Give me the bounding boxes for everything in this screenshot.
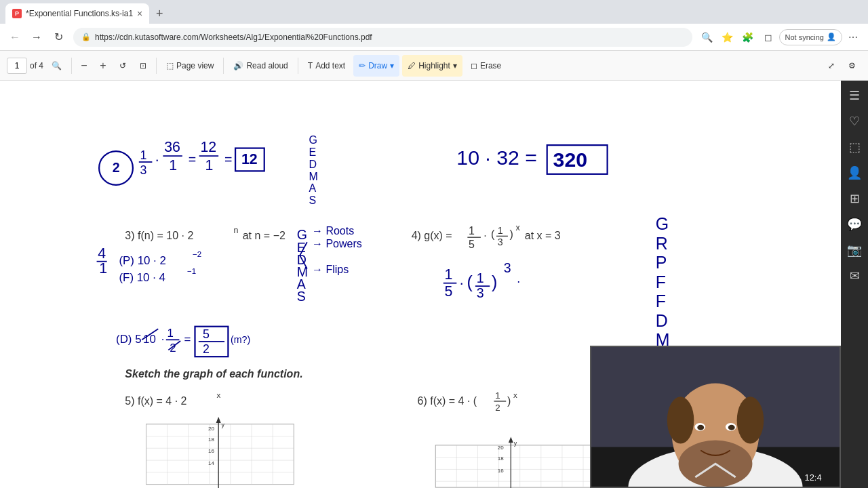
svg-text:16: 16 [498, 468, 504, 474]
separator4 [298, 58, 298, 74]
svg-text:1: 1 [140, 148, 147, 162]
svg-point-147 [667, 396, 694, 443]
right-sidebar: ☰ ♡ ⬚ 👤 ⊞ 💬 📷 ✉ [841, 81, 868, 488]
add-text-icon: T [308, 61, 313, 70]
collections-icon[interactable]: ◻ [759, 28, 778, 47]
draw-icon: ✏ [359, 61, 366, 70]
webcam-overlay: 12:4 [590, 346, 841, 488]
add-text-button[interactable]: T Add text [302, 55, 351, 77]
zoom-in-button[interactable]: + [95, 58, 111, 74]
svg-point-148 [737, 396, 764, 443]
svg-text:5: 5 [203, 327, 210, 341]
expand-button[interactable]: ⤢ [823, 55, 840, 77]
svg-point-152 [728, 425, 735, 430]
highlight-dropdown-icon: ▾ [453, 61, 457, 70]
svg-text:S: S [309, 195, 317, 206]
svg-text:R: R [656, 234, 668, 253]
svg-text:3: 3 [504, 260, 511, 275]
svg-text:·: · [161, 333, 165, 346]
svg-text:F: F [656, 291, 666, 310]
svg-text:→  Powers: → Powers [312, 238, 362, 249]
svg-text:(: ( [491, 228, 495, 240]
svg-text:(m?): (m?) [231, 334, 250, 345]
svg-text:=: = [184, 333, 191, 346]
favorites-icon[interactable]: ⭐ [718, 28, 737, 47]
reload-button[interactable]: ↻ [49, 28, 68, 47]
svg-text:D: D [656, 311, 668, 330]
svg-text:4)  g(x) =: 4) g(x) = [412, 230, 452, 241]
svg-text:y: y [514, 440, 517, 447]
svg-text:): ) [492, 272, 497, 291]
svg-text:2: 2 [113, 160, 120, 175]
forward-button[interactable]: → [27, 28, 46, 47]
more-options-button[interactable]: ⚙ [843, 55, 861, 77]
svg-text:4: 4 [98, 245, 106, 262]
read-aloud-label: Read aloud [246, 61, 288, 70]
pdf-page: 2 1 3 · 36 1 = 12 1 = [0, 81, 841, 488]
draw-dropdown-icon: ▾ [390, 61, 394, 70]
svg-text:1: 1 [469, 225, 475, 237]
svg-point-151 [697, 425, 704, 430]
sidebar-favorites-icon[interactable]: ♡ [842, 109, 867, 134]
extensions-icon[interactable]: 🧩 [738, 28, 757, 47]
pdf-toolbar: 1 of 4 🔍 − + ↺ ⊡ ⬚ Page view 🔊 Read alou… [0, 51, 868, 81]
sidebar-history-icon[interactable]: ⬚ [842, 135, 867, 159]
content-area: 2 1 3 · 36 1 = 12 1 = [0, 81, 868, 488]
svg-text:A: A [309, 182, 317, 194]
svg-text:→  Flips: → Flips [312, 264, 349, 275]
zoom-out-button[interactable]: − [76, 58, 92, 74]
back-button[interactable]: ← [5, 28, 24, 47]
page-view-button[interactable]: ⬚ Page view [161, 55, 219, 77]
svg-text:6)  f(x) = 4 · (: 6) f(x) = 4 · ( [418, 395, 477, 407]
svg-text:14: 14 [208, 460, 214, 466]
svg-text:1: 1 [477, 270, 484, 285]
sync-button[interactable]: Not syncing 👤 [779, 29, 842, 45]
svg-text:−2: −2 [193, 250, 201, 258]
sidebar-apps-icon[interactable]: ⊞ [842, 186, 867, 211]
sidebar-camera-icon[interactable]: 📷 [842, 238, 867, 262]
settings-icon[interactable]: ⋯ [844, 28, 863, 47]
svg-text:5: 5 [469, 239, 475, 250]
erase-button[interactable]: ◻ Erase [465, 55, 507, 77]
tab-bar: P *Exponential Functions.ks-ia1 × + [0, 0, 868, 24]
active-tab[interactable]: P *Exponential Functions.ks-ia1 × [5, 3, 149, 24]
svg-text:1: 1 [205, 157, 214, 174]
erase-icon: ◻ [471, 61, 477, 70]
page-navigation: 1 of 4 [7, 58, 43, 74]
draw-button[interactable]: ✏ Draw ▾ [353, 55, 399, 77]
separator2 [156, 58, 157, 74]
new-tab-button[interactable]: + [149, 3, 170, 24]
tab-favicon: P [12, 9, 22, 18]
svg-text:3: 3 [498, 237, 503, 247]
svg-text:→  Roots: → Roots [312, 225, 354, 237]
svg-text:−1: −1 [187, 267, 196, 275]
svg-text:): ) [510, 228, 513, 240]
svg-text:1: 1 [498, 225, 503, 236]
svg-text:12: 12 [200, 139, 216, 155]
sidebar-profile-icon[interactable]: 👤 [842, 161, 867, 185]
address-bar[interactable]: 🔒 https://cdn.kutasoftware.com/Worksheet… [73, 28, 692, 47]
svg-text:·: · [155, 152, 159, 168]
separator [71, 58, 72, 74]
tab-close-button[interactable]: × [137, 8, 142, 19]
svg-text:P: P [656, 253, 667, 272]
search-icon[interactable]: 🔍 [698, 28, 717, 47]
address-text: https://cdn.kutasoftware.com/Worksheets/… [95, 33, 372, 42]
svg-text:at  x = 3: at x = 3 [525, 230, 561, 241]
svg-text:20: 20 [208, 426, 214, 432]
fit-page-button[interactable]: ⊡ [134, 55, 152, 77]
svg-text:D: D [309, 159, 317, 170]
sidebar-chat-icon[interactable]: 💬 [842, 212, 867, 237]
sidebar-collections-icon[interactable]: ☰ [842, 83, 867, 108]
sidebar-mail-icon[interactable]: ✉ [842, 264, 867, 288]
svg-text:2: 2 [203, 342, 210, 356]
svg-text:x: x [217, 391, 221, 399]
highlight-button[interactable]: 🖊 Highlight ▾ [402, 55, 462, 77]
search-pdf-button[interactable]: 🔍 [46, 55, 67, 77]
svg-text:M: M [309, 171, 318, 182]
read-aloud-button[interactable]: 🔊 Read aloud [228, 55, 293, 77]
page-view-label: Page view [176, 61, 214, 70]
rotate-button[interactable]: ↺ [114, 55, 132, 77]
svg-text:18: 18 [498, 455, 504, 462]
page-number-input[interactable]: 1 [7, 58, 27, 74]
